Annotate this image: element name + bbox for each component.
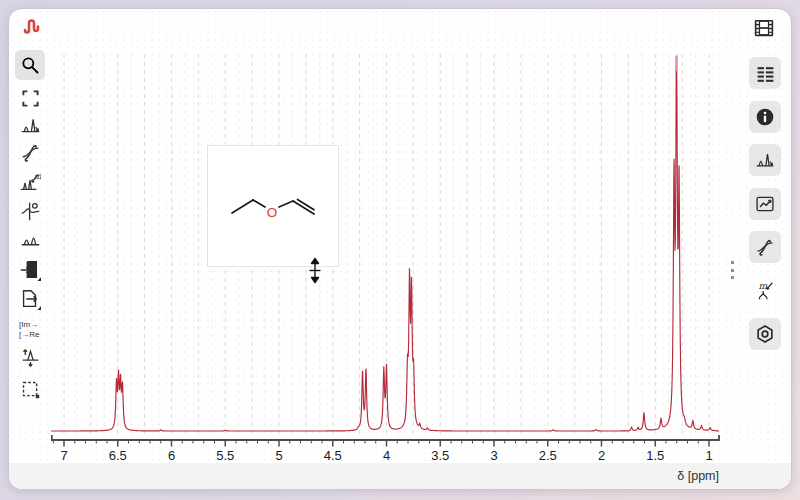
- import-icon: [19, 259, 41, 281]
- spectra-panel-button[interactable]: [749, 57, 781, 89]
- real-imaginary-tool-button[interactable]: [Im→ [→Re: [18, 317, 42, 341]
- axis-tick-label: 3.5: [431, 448, 449, 463]
- expand-icon: [21, 89, 40, 108]
- left-toolbar: m: [9, 45, 51, 465]
- top-bar: [9, 9, 791, 45]
- axis-tick-label: 2.5: [539, 448, 557, 463]
- peaks-icon: [20, 115, 41, 136]
- axis-tick-label: 7: [60, 448, 67, 463]
- axis-tick-label: 1: [705, 448, 712, 463]
- peaks-panel-button[interactable]: [749, 144, 781, 176]
- peaks-icon: [755, 150, 775, 170]
- oxygen-atom-label: O: [267, 205, 278, 220]
- matrix-selection-tool-button[interactable]: [18, 377, 42, 401]
- hexagon-icon: [755, 324, 775, 344]
- chart-footer: δ [ppm]: [9, 463, 791, 489]
- zoom-tool-button[interactable]: [15, 50, 45, 80]
- baseline-icon: [20, 229, 41, 250]
- alignment-icon: [20, 347, 41, 368]
- integral-tool-button[interactable]: [18, 140, 42, 164]
- import-button[interactable]: [18, 258, 42, 282]
- spectrum-chart-area[interactable]: 76.565.554.543.532.521.51 O: [51, 45, 739, 465]
- chart-line-icon: [755, 194, 775, 214]
- range-picking-tool-button[interactable]: m: [18, 170, 42, 194]
- nmr-spectrum-chart[interactable]: 76.565.554.543.532.521.51: [51, 45, 741, 465]
- multiplet-m-icon: m: [754, 280, 776, 302]
- integral-icon: [755, 237, 775, 257]
- structures-panel-button[interactable]: [749, 318, 781, 350]
- right-panel-bar: m: [739, 45, 791, 465]
- export-icon: [19, 288, 41, 310]
- baseline-correction-tool-button[interactable]: [18, 227, 42, 251]
- svg-text:m: m: [759, 280, 768, 291]
- film-strip-icon[interactable]: [751, 15, 777, 41]
- spectrum-line[interactable]: [51, 56, 719, 431]
- axis-tick-label: 5: [275, 448, 282, 463]
- axis-tick-label: 4: [383, 448, 390, 463]
- integral-icon: [20, 142, 41, 163]
- molecule-structure: O: [208, 146, 338, 266]
- list-icon: [756, 64, 775, 83]
- ranges-m-icon: m: [19, 171, 41, 193]
- information-panel-button[interactable]: [749, 101, 781, 133]
- ranges-panel-button[interactable]: m: [749, 275, 781, 307]
- svg-text:[→Re: [→Re: [19, 330, 40, 339]
- export-button[interactable]: [18, 287, 42, 311]
- molecule-box[interactable]: O: [207, 145, 339, 267]
- processings-panel-button[interactable]: [749, 188, 781, 220]
- svg-text:[Im→: [Im→: [19, 320, 38, 329]
- axis-tick-label: 6: [168, 448, 175, 463]
- axis-tick-label: 1.5: [646, 448, 664, 463]
- svg-text:m: m: [34, 171, 41, 181]
- zoom-out-tool-button[interactable]: [18, 86, 42, 110]
- app-logo-icon[interactable]: [21, 15, 45, 39]
- phase-icon: [20, 201, 41, 222]
- spectra-alignment-tool-button[interactable]: [18, 345, 42, 369]
- axis-tick-label: 4.5: [324, 448, 342, 463]
- integrals-panel-button[interactable]: [749, 231, 781, 263]
- axis-tick-label: 2: [598, 448, 605, 463]
- axis-tick-label: 3: [490, 448, 497, 463]
- peak-picking-tool-button[interactable]: [18, 113, 42, 137]
- selection-box-icon: [20, 379, 41, 400]
- info-icon: [755, 107, 775, 127]
- x-axis-unit-label: δ [ppm]: [677, 469, 719, 483]
- magnifier-icon: [20, 55, 40, 75]
- main-content: m: [9, 45, 791, 465]
- phase-correction-tool-button[interactable]: [18, 199, 42, 223]
- app-window: m: [8, 8, 792, 490]
- im-re-icon: [Im→ [→Re: [18, 318, 42, 340]
- panel-resize-handle[interactable]: [728, 259, 736, 281]
- axis-tick-label: 6.5: [109, 448, 127, 463]
- x-axis: 76.565.554.543.532.521.51: [52, 435, 719, 463]
- axis-tick-label: 5.5: [216, 448, 234, 463]
